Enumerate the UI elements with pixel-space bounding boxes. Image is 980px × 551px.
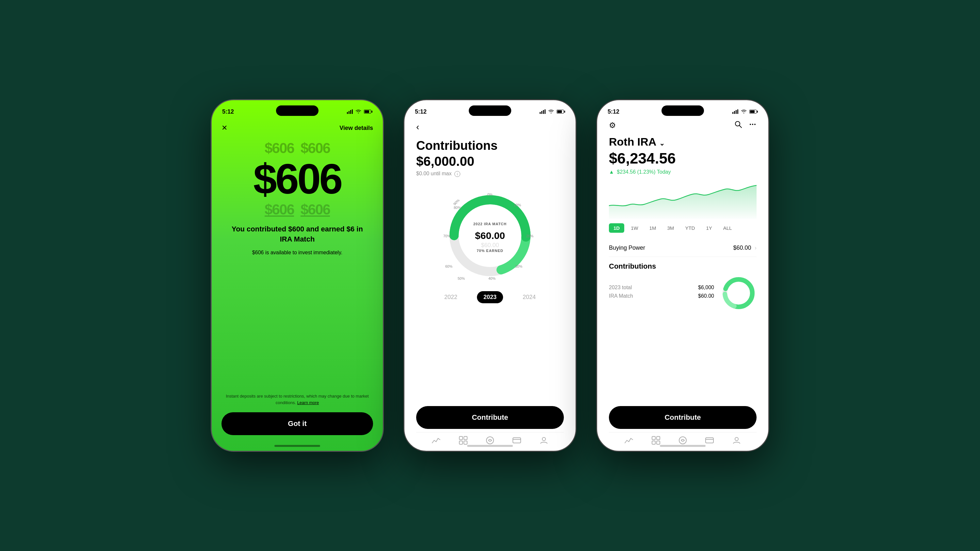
bottom-nav-2 [416,432,564,445]
contribution-description: You contributed $600 and earned $6 in IR… [221,224,373,245]
signal-icon-3 [732,110,738,114]
phone2-content: ‹ Contributions $6,000.00 $0.00 until ma… [404,119,576,451]
status-icons-1 [347,110,372,114]
donut-chart-svg: 0% 10% 20% 30% 40% 50% 60% 70% 80% 90% 2… [441,187,539,285]
svg-rect-33 [513,438,521,443]
status-time-1: 5:12 [222,108,234,115]
svg-point-44 [752,124,753,125]
signal-icon-2 [540,110,546,114]
info-icon[interactable]: i [454,171,460,177]
menu-icon-3[interactable] [749,121,757,130]
svg-text:90%: 90% [452,198,460,206]
phone-2: 5:12 [403,99,577,452]
svg-point-35 [542,437,546,441]
nav-person-2[interactable] [539,436,549,445]
filter-1y[interactable]: 1Y [702,223,716,233]
contrib-label-2: IRA Match [609,293,633,299]
nav-card-2[interactable] [512,436,521,445]
filter-1m[interactable]: 1M [645,223,661,233]
svg-rect-31 [464,441,467,444]
nav-ira-3[interactable] [678,436,687,445]
contribute-button-3[interactable]: Contribute [609,406,757,429]
buying-power-row[interactable]: Buying Power $60.00 › [609,239,757,257]
nav-ira-2[interactable] [485,436,495,445]
close-button-1[interactable]: ✕ [221,124,228,132]
gear-icon-3[interactable]: ⚙ [609,121,616,130]
phone1-header: ✕ View details [221,119,373,139]
svg-point-54 [679,437,686,444]
shadow-amount-3: $606 [265,202,294,218]
year-2022[interactable]: 2022 [444,294,457,301]
contributions-data: 2023 total $6,000 IRA Match $60.00 [609,285,714,302]
svg-rect-30 [459,441,463,444]
dynamic-island-2 [469,105,511,116]
home-indicator-3 [660,445,706,447]
svg-rect-5 [540,112,541,114]
svg-text:0%: 0% [487,192,493,197]
search-icon-3[interactable] [734,121,742,130]
svg-rect-36 [732,112,733,114]
roth-ira-title: Roth IRA ⌄ [609,135,757,148]
status-time-3: 5:12 [608,108,619,115]
main-amount: $606 [253,158,341,200]
card-icon-3 [705,436,714,445]
contributions-heading: Contributions [609,262,757,271]
bottom-nav-3 [609,432,757,445]
filter-3m[interactable]: 3M [663,223,679,233]
svg-text:2022 IRA MATCH: 2022 IRA MATCH [473,222,507,226]
shadow-amount-4: $606 [301,202,330,218]
back-button-2[interactable]: ‹ [416,122,419,132]
svg-rect-7 [543,110,544,114]
nav-card-3[interactable] [705,436,714,445]
chart-icon-3 [624,436,633,445]
grid-icon-3 [651,436,660,445]
battery-icon-3 [749,110,758,114]
contrib-row-2: IRA Match $60.00 [609,293,714,299]
roth-ira-change: ▲ $234.56 (1.23%) Today [609,169,757,175]
person-icon-3 [732,436,741,445]
view-details-link[interactable]: View details [339,125,373,132]
ira-icon-3 [678,436,687,445]
phone2-header: ‹ [416,119,564,139]
year-2023[interactable]: 2023 [477,291,503,303]
svg-text:60%: 60% [445,264,452,268]
svg-text:70% EARNED: 70% EARNED [477,249,503,252]
available-text: $606 is available to invest immediately. [252,250,342,256]
svg-rect-52 [652,441,655,444]
filter-1w[interactable]: 1W [626,223,643,233]
status-time-2: 5:12 [415,108,426,115]
got-it-button[interactable]: Got it [221,412,373,435]
contributions-amount: $6,000.00 [416,154,564,169]
nav-charts-3[interactable] [624,436,633,445]
title-caret: ⌄ [659,140,665,147]
learn-more-link[interactable]: Learn more [297,400,319,405]
small-donut-chart [721,275,757,311]
roth-ira-balance: $6,234.56 [609,149,757,167]
amount-display: $606 $606 $606 $606 $606 [221,139,373,218]
svg-point-40 [743,113,744,113]
nav-person-3[interactable] [732,436,741,445]
svg-text:$60.00: $60.00 [475,230,505,241]
contribute-button-2[interactable]: Contribute [416,406,564,429]
dynamic-island-3 [662,105,704,116]
year-2024[interactable]: 2024 [523,294,536,301]
stock-chart [609,179,757,219]
svg-line-42 [740,125,742,128]
svg-rect-2 [350,110,351,114]
filter-1d[interactable]: 1D [609,223,624,233]
nav-charts-2[interactable] [431,436,441,445]
svg-rect-3 [352,110,353,114]
svg-text:50%: 50% [458,276,465,280]
filter-all[interactable]: ALL [719,223,737,233]
svg-point-4 [358,113,359,113]
contributions-data-section: 2023 total $6,000 IRA Match $60.00 [609,275,757,311]
nav-grid-2[interactable] [459,436,468,445]
svg-rect-50 [652,437,655,440]
filter-ytd[interactable]: YTD [681,223,699,233]
phone-1: 5:12 [211,99,384,452]
svg-text:70%: 70% [443,234,450,238]
wifi-icon-3 [741,110,747,114]
svg-text:20%: 20% [526,234,533,238]
svg-point-9 [551,113,551,113]
nav-grid-3[interactable] [651,436,660,445]
